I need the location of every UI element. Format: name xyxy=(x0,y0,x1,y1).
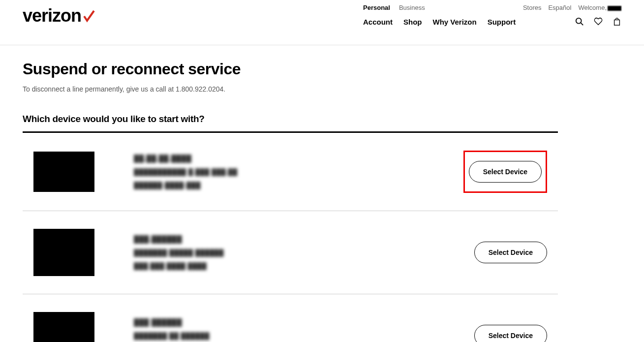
device-model: ███████ ██ ██████ xyxy=(134,332,210,340)
svg-point-0 xyxy=(576,18,582,24)
nav-shop[interactable]: Shop xyxy=(403,18,422,26)
link-espanol[interactable]: Español xyxy=(548,4,571,11)
heart-icon[interactable] xyxy=(594,17,603,26)
svg-line-1 xyxy=(581,23,583,26)
verizon-logo[interactable]: verizon xyxy=(23,7,96,25)
select-device-button[interactable]: Select Device xyxy=(469,161,542,183)
select-device-wrap: Select Device xyxy=(474,242,547,263)
tab-business[interactable]: Business xyxy=(399,4,425,11)
device-row: ███.██████ ███████ █████ ██████ ███.███ … xyxy=(23,211,558,294)
device-thumbnail xyxy=(33,152,94,192)
check-icon xyxy=(82,10,96,25)
device-info: ███ ██████ ███████ ██ ██████ ███ ███ ███… xyxy=(134,318,210,342)
bag-icon[interactable] xyxy=(613,17,621,26)
device-row: ███ ██████ ███████ ██ ██████ ███ ███ ███… xyxy=(23,294,558,342)
device-name: ██.██.██.████ xyxy=(134,155,238,162)
select-device-wrap: Select Device xyxy=(474,325,547,342)
link-welcome[interactable]: Welcome, xyxy=(578,4,621,11)
redacted-username xyxy=(608,6,621,11)
device-number: ███.███ ████ ████ xyxy=(134,262,224,270)
main-nav: Account Shop Why Verizon Support xyxy=(363,18,516,26)
device-thumbnail xyxy=(33,229,94,276)
device-info: ██.██.██.████ ███████████ █,███ ███,██ █… xyxy=(134,155,238,189)
device-model: ███████ █████ ██████ xyxy=(134,249,224,256)
link-stores[interactable]: Stores xyxy=(523,4,542,11)
device-thumbnail xyxy=(33,312,94,342)
select-device-button[interactable]: Select Device xyxy=(474,242,547,263)
page-subtitle: To disconnect a line permanently, give u… xyxy=(23,85,558,93)
device-model: ███████████ █,███ ███,██ xyxy=(134,168,238,176)
page-title: Suspend or reconnect service xyxy=(23,60,558,78)
main-content: Suspend or reconnect service To disconne… xyxy=(0,45,581,342)
device-number: ██████-████-███ xyxy=(134,182,238,189)
logo-text: verizon xyxy=(23,7,81,25)
nav-why-verizon[interactable]: Why Verizon xyxy=(433,18,477,26)
device-row: ██.██.██.████ ███████████ █,███ ███,██ █… xyxy=(23,133,558,211)
search-icon[interactable] xyxy=(575,17,584,26)
nav-account[interactable]: Account xyxy=(363,18,393,26)
select-device-button[interactable]: Select Device xyxy=(474,325,547,342)
device-name: ███.██████ xyxy=(134,235,224,243)
section-header: Which device would you like to start wit… xyxy=(23,114,558,133)
nav-support[interactable]: Support xyxy=(488,18,516,26)
tab-personal[interactable]: Personal xyxy=(363,4,390,11)
select-device-highlight: Select Device xyxy=(463,151,547,193)
site-header: verizon Personal Business Stores Español… xyxy=(0,0,644,45)
svg-rect-2 xyxy=(614,20,620,25)
device-name: ███ ██████ xyxy=(134,318,210,326)
device-info: ███.██████ ███████ █████ ██████ ███.███ … xyxy=(134,235,224,270)
